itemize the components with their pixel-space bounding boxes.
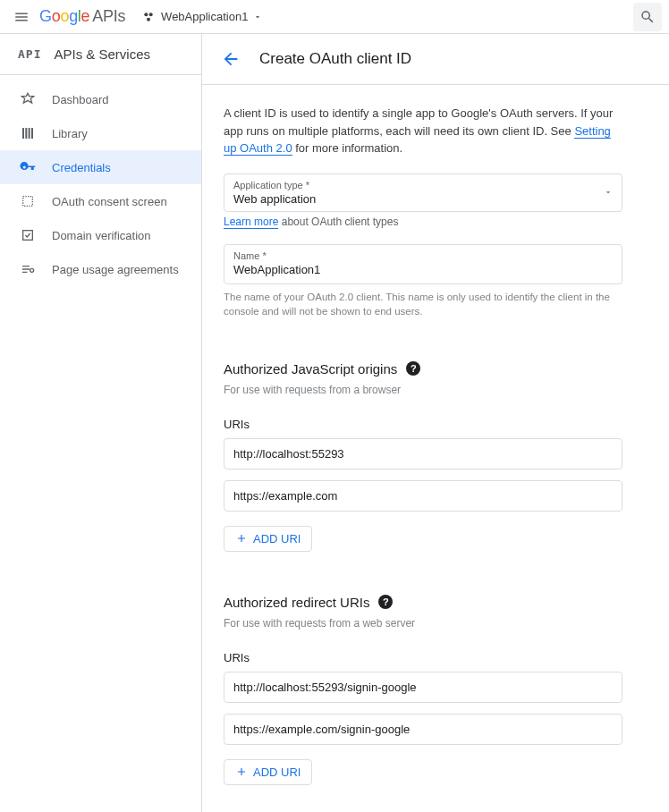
intro-prefix: A client ID is used to identify a single…: [224, 106, 613, 138]
sidebar-item-label: Credentials: [52, 161, 111, 174]
redirect-uris-title: Authorized redirect URIs: [224, 595, 369, 610]
svg-rect-5: [29, 128, 30, 139]
top-bar: Google APIs WebApplication1: [0, 0, 669, 34]
dashboard-icon: [20, 91, 36, 107]
sidebar-item-label: Dashboard: [52, 93, 109, 106]
verification-icon: [20, 227, 36, 243]
svg-rect-8: [23, 231, 33, 241]
intro-suffix: for more information.: [292, 141, 403, 155]
help-icon[interactable]: ?: [378, 595, 393, 609]
svg-rect-7: [23, 197, 33, 207]
plus-icon: [235, 765, 248, 778]
redirect-uris-subtitle: For use with requests from a web server: [224, 617, 622, 630]
js-origin-uri-input[interactable]: [224, 480, 622, 512]
js-origin-uri-row: [224, 438, 622, 469]
redirect-uri-row: [224, 714, 622, 745]
api-mark-icon: API: [18, 47, 41, 61]
sidebar-item-oauth-consent[interactable]: OAuth consent screen: [0, 184, 201, 218]
library-icon: [20, 125, 36, 141]
help-icon[interactable]: ?: [406, 361, 420, 376]
intro-text: A client ID is used to identify a single…: [224, 105, 622, 157]
hamburger-menu-icon[interactable]: [7, 3, 36, 31]
sidebar-item-page-usage[interactable]: Page usage agreements: [0, 252, 201, 286]
sidebar-item-library[interactable]: Library: [0, 116, 201, 150]
back-button[interactable]: [218, 47, 243, 72]
sidebar-title: APIs & Services: [54, 47, 150, 62]
svg-rect-6: [31, 128, 33, 139]
page-header: Create OAuth client ID: [202, 34, 669, 85]
project-icon: [141, 10, 156, 24]
svg-point-0: [144, 13, 148, 16]
svg-rect-4: [25, 128, 27, 139]
add-js-uri-button[interactable]: ADD URI: [224, 526, 312, 552]
sidebar-item-label: OAuth consent screen: [52, 195, 167, 208]
js-origin-uri-row: [224, 480, 622, 512]
js-origins-uris-label: URIs: [224, 418, 622, 431]
google-apis-logo: Google APIs: [39, 7, 125, 26]
add-uri-label: ADD URI: [253, 532, 301, 546]
main-content: Create OAuth client ID A client ID is us…: [202, 34, 669, 812]
js-origins-title: Authorized JavaScript origins: [224, 361, 397, 376]
sidebar-nav: Dashboard Library Credentials OAuth cons…: [0, 75, 201, 293]
project-selector[interactable]: WebApplication1: [136, 6, 267, 28]
project-name: WebApplication1: [161, 10, 248, 23]
search-icon: [639, 9, 656, 25]
name-field-wrapper: Name *: [224, 244, 622, 284]
sidebar-item-label: Library: [52, 127, 88, 140]
application-type-label: Application type *: [233, 180, 613, 190]
page-title: Create OAuth client ID: [259, 50, 411, 68]
redirect-uri-input[interactable]: [224, 672, 622, 703]
sidebar-item-label: Domain verification: [52, 229, 151, 242]
redirect-uris-label: URIs: [224, 651, 622, 664]
add-uri-label: ADD URI: [253, 765, 301, 779]
caret-down-icon: [604, 188, 613, 197]
app-type-learn-line: Learn more about OAuth client types: [224, 216, 622, 228]
caret-down-icon: [253, 13, 262, 21]
name-helper: The name of your OAuth 2.0 client. This …: [224, 290, 622, 318]
learn-more-link[interactable]: Learn more: [224, 216, 278, 229]
product-suffix: APIs: [92, 7, 125, 26]
name-input[interactable]: [233, 261, 613, 276]
svg-point-1: [149, 13, 153, 16]
svg-rect-3: [22, 128, 24, 139]
application-type-select[interactable]: Application type * Web application: [224, 173, 622, 212]
key-icon: [20, 159, 36, 175]
name-label: Name *: [233, 250, 613, 261]
sidebar: API APIs & Services Dashboard Library: [0, 34, 202, 812]
svg-point-2: [147, 17, 150, 21]
application-type-value: Web application: [233, 190, 613, 206]
search-button[interactable]: [633, 3, 662, 31]
sidebar-header: API APIs & Services: [0, 34, 201, 75]
js-origins-subtitle: For use with requests from a browser: [224, 384, 622, 396]
settings-icon: [20, 261, 36, 277]
sidebar-item-dashboard[interactable]: Dashboard: [0, 82, 201, 116]
arrow-back-icon: [221, 49, 241, 69]
sidebar-item-domain-verification[interactable]: Domain verification: [0, 218, 201, 252]
js-origin-uri-input[interactable]: [224, 438, 622, 469]
sidebar-item-label: Page usage agreements: [52, 263, 179, 276]
redirect-uri-row: [224, 672, 622, 703]
plus-icon: [235, 532, 248, 545]
consent-icon: [20, 193, 36, 209]
redirect-uri-input[interactable]: [224, 714, 622, 745]
svg-point-9: [30, 268, 34, 272]
sidebar-item-credentials[interactable]: Credentials: [0, 150, 201, 184]
add-redirect-uri-button[interactable]: ADD URI: [224, 759, 312, 785]
learn-more-suffix: about OAuth client types: [278, 216, 398, 228]
